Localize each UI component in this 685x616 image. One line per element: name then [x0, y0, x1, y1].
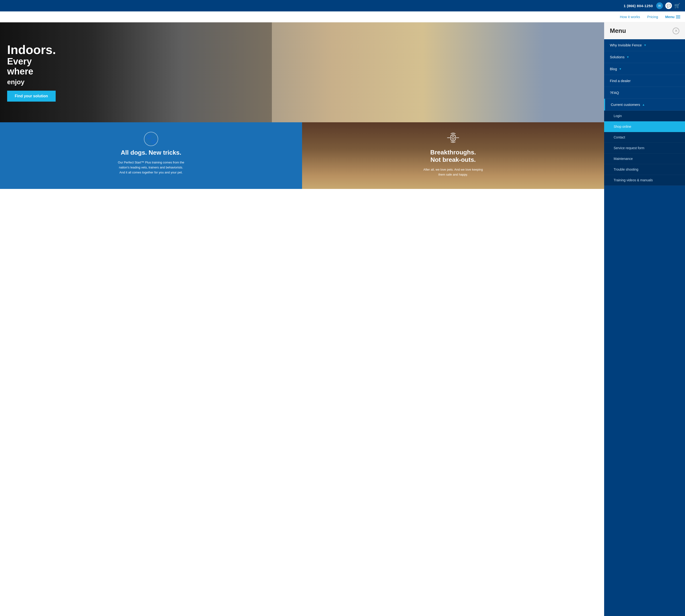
menu-item-solutions-label: Solutions	[610, 55, 624, 59]
menu-item-find-dealer-label: Find a dealer	[610, 79, 631, 83]
menu-close-button[interactable]: ✕	[672, 28, 679, 34]
card-photo-content: Breakthroughs.Not break-outs. After all,…	[420, 132, 486, 177]
card-dogs-desc: Our Perfect Start™ Plus training comes f…	[118, 160, 184, 175]
find-solution-button[interactable]: Find your solution	[7, 91, 56, 102]
card-breakthroughs-desc: After all, we love pets. And we love kee…	[420, 167, 486, 177]
menu-item-faq-label: ?FAQ	[610, 91, 619, 95]
menu-item-solutions[interactable]: Solutions ▼	[604, 51, 685, 63]
submenu-trouble-shooting-label: Trouble shooting	[614, 168, 638, 171]
menu-item-why-if[interactable]: Why Invisible Fence ▼	[604, 39, 685, 51]
card-breakthroughs: Breakthroughs.Not break-outs. After all,…	[302, 122, 604, 189]
submenu-shop-online-label: Shop online	[614, 125, 631, 129]
submenu-maintenance-label: Maintenance	[614, 157, 633, 161]
submenu-service-request-label: Service request form	[614, 146, 644, 150]
menu-item-current-customers[interactable]: Current customers ▲	[604, 99, 685, 111]
card-breakthroughs-title: Breakthroughs.Not break-outs.	[420, 149, 486, 163]
svg-point-1	[452, 137, 454, 139]
award-icon: 🐾	[144, 132, 158, 146]
chevron-down-icon: ▼	[626, 56, 629, 59]
submenu-item-service-request[interactable]: Service request form	[604, 143, 685, 153]
chevron-down-icon: ▼	[619, 67, 622, 71]
cards-row: 🐾 All dogs. New tricks. Our Perfect Star…	[0, 122, 604, 189]
menu-item-blog-label: Blog	[610, 67, 617, 71]
nav-bar: How it works Pricing Menu	[0, 12, 685, 22]
submenu-item-maintenance[interactable]: Maintenance	[604, 153, 685, 164]
submenu-item-login[interactable]: Login	[604, 111, 685, 122]
hero-text-block: Indoors. Every where enjoy Find your sol…	[0, 43, 63, 102]
card-dogs-title: All dogs. New tricks.	[121, 149, 181, 156]
menu-item-find-dealer[interactable]: Find a dealer	[604, 75, 685, 87]
hamburger-icon	[676, 16, 680, 18]
chat-icon[interactable]: 💬	[665, 2, 672, 9]
main-layout: Indoors. Every where enjoy Find your sol…	[0, 22, 685, 616]
top-bar: 1 (866) 804-1250 ✉ 💬 🛒	[0, 0, 685, 12]
top-bar-icons: ✉ 💬 🛒	[656, 2, 680, 9]
submenu-item-training-videos[interactable]: Training videos & manuals	[604, 175, 685, 185]
submenu-item-trouble-shooting[interactable]: Trouble shooting	[604, 164, 685, 175]
email-icon[interactable]: ✉	[656, 2, 663, 9]
card-dogs: 🐾 All dogs. New tricks. Our Perfect Star…	[0, 122, 302, 189]
phone-number[interactable]: 1 (866) 804-1250	[624, 4, 653, 8]
hero-section: Indoors. Every where enjoy Find your sol…	[0, 22, 604, 122]
hero-line1: I	[7, 43, 10, 57]
menu-item-faq[interactable]: ?FAQ	[604, 87, 685, 99]
nav-menu-label: Menu	[665, 15, 675, 19]
chevron-down-icon: ▼	[644, 44, 646, 47]
submenu-item-contact[interactable]: Contact	[604, 132, 685, 143]
submenu-training-videos-label: Training videos & manuals	[614, 178, 653, 182]
chevron-up-icon: ▲	[642, 103, 645, 106]
menu-title: Menu	[610, 27, 626, 35]
menu-header: Menu ✕	[604, 22, 685, 39]
hero-headline-1: Indoors.	[7, 43, 56, 57]
device-icon	[420, 132, 486, 146]
nav-pricing[interactable]: Pricing	[647, 15, 658, 19]
submenu-item-shop-online[interactable]: Shop online	[604, 122, 685, 132]
svg-rect-0	[451, 135, 455, 140]
menu-item-why-if-label: Why Invisible Fence	[610, 43, 642, 47]
submenu-login-label: Login	[614, 114, 622, 118]
menu-items-list: Why Invisible Fence ▼ Solutions ▼ Blog ▼…	[604, 39, 685, 616]
cart-icon[interactable]: 🛒	[674, 3, 680, 8]
left-content: Indoors. Every where enjoy Find your sol…	[0, 22, 604, 616]
hero-headline-3: where	[7, 67, 56, 76]
hero-headline-2: Every	[7, 57, 56, 67]
nav-how-it-works[interactable]: How it works	[620, 15, 640, 19]
menu-item-blog[interactable]: Blog ▼	[604, 63, 685, 75]
menu-item-current-customers-label: Current customers	[611, 103, 640, 107]
submenu-contact-label: Contact	[614, 135, 625, 139]
hero-enjoy: enjoy	[7, 78, 56, 86]
nav-menu[interactable]: Menu	[665, 15, 680, 19]
sidebar-menu: Menu ✕ Why Invisible Fence ▼ Solutions ▼…	[604, 22, 685, 616]
